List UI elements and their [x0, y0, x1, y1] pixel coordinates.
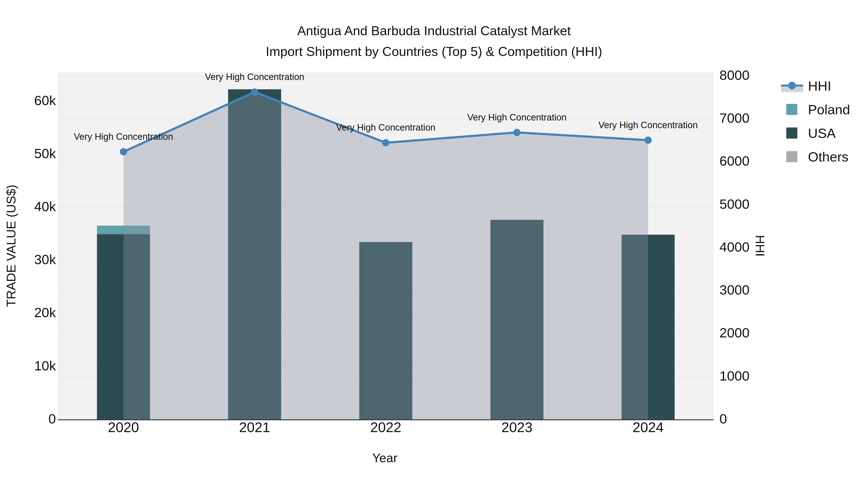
y-left-tick-10k: 10k: [34, 358, 56, 373]
chart-title: Antigua And Barbuda Industrial Catalyst …: [0, 20, 868, 62]
y-left-tick-20k: 20k: [34, 305, 56, 320]
others-swatch-icon: [780, 148, 804, 165]
legend-item-others[interactable]: Others: [780, 148, 850, 165]
x-tick-2021: 2021: [239, 419, 270, 435]
x-tick-2023: 2023: [501, 419, 532, 435]
hhi-line-swatch-icon: [780, 77, 804, 94]
x-tick-2024: 2024: [632, 419, 663, 435]
y-axis-title-left: TRADE VALUE (US$): [4, 185, 18, 307]
annotation-2024: Very High Concentration: [598, 120, 698, 130]
hhi-point-2021[interactable]: [251, 89, 258, 96]
y-right-tick-5000: 5000: [719, 196, 750, 212]
annotation-2020: Very High Concentration: [74, 132, 173, 142]
annotation-2022: Very High Concentration: [336, 123, 435, 133]
y-right-tick-8000: 8000: [719, 67, 750, 83]
y-right-tick-0: 0: [719, 411, 727, 426]
chart-canvas: Very High ConcentrationVery High Concent…: [0, 0, 868, 488]
y-left-tick-40k: 40k: [34, 199, 56, 214]
y-right-tick-4000: 4000: [719, 239, 750, 255]
legend-item-poland[interactable]: Poland: [780, 101, 850, 118]
y-right-tick-3000: 3000: [719, 282, 750, 297]
legend-label-hhi: HHI: [808, 78, 831, 94]
legend-item-hhi[interactable]: HHI: [780, 77, 850, 94]
legend-label-others: Others: [808, 149, 848, 165]
legend: HHIPolandUSAOthers: [780, 77, 850, 171]
chart-title-line2: Import Shipment by Countries (Top 5) & C…: [0, 41, 868, 62]
legend-label-poland: Poland: [808, 102, 850, 117]
poland-swatch-icon: [780, 101, 804, 118]
chart-title-line1: Antigua And Barbuda Industrial Catalyst …: [0, 20, 868, 41]
y-right-tick-7000: 7000: [719, 110, 750, 126]
annotation-2021: Very High Concentration: [205, 72, 304, 82]
y-left-tick-50k: 50k: [34, 146, 56, 161]
legend-item-usa[interactable]: USA: [780, 124, 850, 142]
y-left-tick-0: 0: [49, 411, 56, 426]
y-right-tick-2000: 2000: [719, 325, 750, 340]
legend-label-usa: USA: [808, 125, 836, 141]
x-tick-2020: 2020: [108, 419, 139, 435]
hhi-point-2023[interactable]: [513, 129, 521, 136]
annotation-2023: Very High Concentration: [467, 112, 567, 123]
x-tick-2022: 2022: [370, 419, 401, 435]
usa-swatch-icon: [780, 124, 804, 142]
y-right-tick-6000: 6000: [719, 153, 750, 168]
hhi-point-2022[interactable]: [382, 139, 390, 146]
y-axis-title-right: HHI: [753, 235, 767, 257]
hhi-point-2020[interactable]: [120, 148, 127, 156]
hhi-point-2024[interactable]: [645, 137, 652, 144]
y-left-tick-30k: 30k: [34, 252, 56, 267]
y-left-tick-60k: 60k: [34, 93, 56, 108]
x-axis-title: Year: [372, 451, 397, 465]
figure: Very High ConcentrationVery High Concent…: [0, 0, 868, 488]
y-right-tick-1000: 1000: [719, 368, 750, 383]
